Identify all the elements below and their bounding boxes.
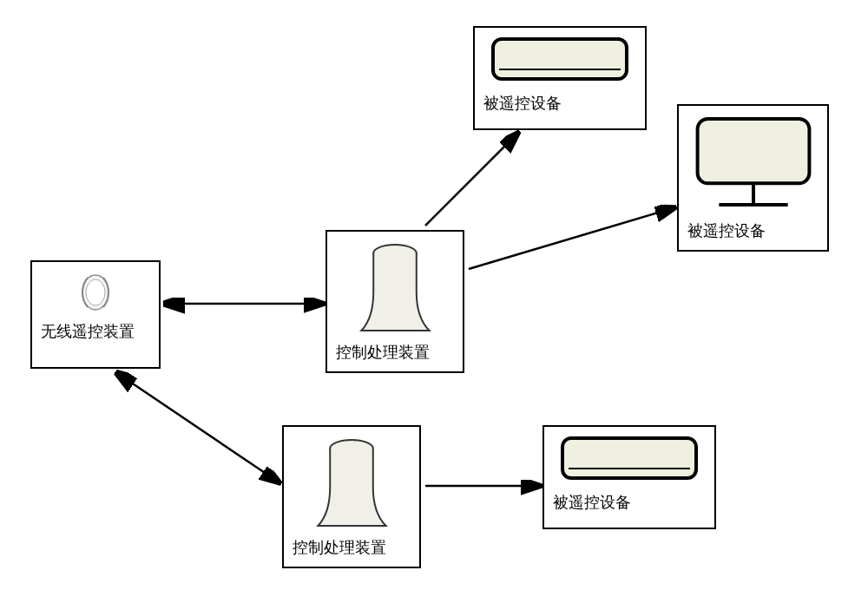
arrow-control-top-to-device-top (425, 134, 516, 226)
tv-icon (693, 115, 814, 209)
svg-point-1 (86, 279, 105, 305)
control-processing-top-label: 控制处理装置 (336, 342, 430, 363)
cylinder-icon (311, 436, 393, 530)
arrow-control-top-to-device-middle (469, 208, 673, 269)
remote-controlled-device-middle-box: 被遥控设备 (677, 104, 829, 252)
ac-unit-icon (560, 436, 699, 481)
control-processing-device-top-box: 控制处理装置 (326, 230, 464, 373)
svg-rect-6 (493, 39, 627, 79)
ac-unit-icon (490, 36, 629, 82)
arrow-remote-to-control-bottom (117, 373, 278, 482)
cylinder-icon (354, 240, 437, 335)
device-middle-label: 被遥控设备 (687, 220, 766, 241)
remote-controlled-device-bottom-box: 被遥控设备 (542, 425, 716, 529)
control-processing-bottom-label: 控制处理装置 (293, 537, 386, 558)
wireless-remote-label: 无线遥控装置 (41, 321, 135, 342)
control-processing-device-bottom-box: 控制处理装置 (282, 425, 421, 568)
device-bottom-label: 被遥控设备 (553, 492, 631, 513)
wireless-remote-device-box: 无线遥控装置 (30, 260, 161, 369)
smartwatch-icon (77, 271, 114, 314)
svg-rect-8 (697, 119, 809, 183)
svg-rect-11 (562, 438, 696, 478)
device-top-label: 被遥控设备 (483, 93, 562, 114)
remote-controlled-device-top-box: 被遥控设备 (473, 26, 647, 130)
